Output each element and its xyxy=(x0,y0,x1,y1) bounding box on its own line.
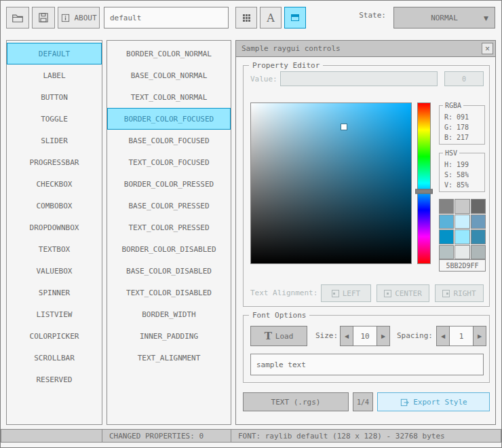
properties-list-item[interactable]: BORDER_WIDTH xyxy=(107,303,231,325)
properties-list-item[interactable]: BASE_COLOR_DISABLED xyxy=(107,260,231,282)
properties-list-item[interactable]: BORDER_COLOR_FOCUSED xyxy=(107,108,231,130)
rgba-values: R: 091 G: 178 B: 217 xyxy=(444,112,469,143)
controls-list-item[interactable]: BUTTON xyxy=(7,86,102,108)
color-palette xyxy=(439,199,486,259)
controls-list-item[interactable]: CHECKBOX xyxy=(7,173,102,195)
controls-list-item[interactable]: SLIDER xyxy=(7,130,102,151)
hsv-values: H: 199 S: 58% V: 85% xyxy=(444,160,469,190)
save-icon xyxy=(37,12,50,24)
size-value: 10 xyxy=(360,332,369,341)
align-right-button[interactable]: RIGHT xyxy=(435,284,484,302)
export-page-button[interactable]: 1/4 xyxy=(353,392,373,411)
hue-slider-handle[interactable] xyxy=(415,189,433,193)
export-format-button[interactable]: TEXT (.rgs) xyxy=(243,392,349,411)
value-zero-button[interactable]: 0 xyxy=(444,71,484,86)
spacing-value-box[interactable]: 1 xyxy=(450,326,473,346)
align-left-icon xyxy=(332,290,339,297)
controls-list-item[interactable]: COLORPICKER xyxy=(7,325,102,347)
controls-list-item[interactable]: SPINNER xyxy=(7,282,102,303)
close-icon: × xyxy=(485,44,490,54)
properties-list: BORDER_COLOR_NORMALBASE_COLOR_NORMALTEXT… xyxy=(107,40,231,425)
style-name-input[interactable] xyxy=(104,7,229,29)
controls-list-item[interactable]: DEFAULT xyxy=(7,43,102,64)
style-table-icon xyxy=(290,12,301,23)
load-font-button[interactable]: T Load xyxy=(250,326,307,346)
properties-list-item[interactable]: TEXT_COLOR_NORMAL xyxy=(107,86,231,108)
palette-swatch[interactable] xyxy=(471,214,486,229)
sample-controls-window: Sample raygui controls × Property Editor… xyxy=(235,40,496,425)
style-table-button[interactable] xyxy=(284,7,306,29)
controls-list-item[interactable]: RESERVED xyxy=(7,369,102,390)
properties-list-item[interactable]: TEXT_COLOR_PRESSED xyxy=(107,217,231,238)
properties-list-item[interactable]: BORDER_COLOR_NORMAL xyxy=(107,43,231,64)
state-dropdown-value: NORMAL xyxy=(431,14,458,22)
hsv-h-value: H: 199 xyxy=(444,160,469,170)
hsv-v-value: V: 85% xyxy=(444,180,469,190)
value-label: Value: xyxy=(250,75,277,83)
spacing-label: Spacing: xyxy=(397,331,433,340)
sample-text: sample text xyxy=(256,360,306,369)
properties-list-item[interactable]: TEXT_COLOR_DISABLED xyxy=(107,282,231,303)
hex-value-box[interactable]: 5BB2D9FF xyxy=(439,259,486,272)
properties-list-item[interactable]: BASE_COLOR_PRESSED xyxy=(107,195,231,217)
value-input[interactable] xyxy=(280,71,438,86)
controls-list-item[interactable]: LISTVIEW xyxy=(7,303,102,325)
palette-swatch[interactable] xyxy=(455,229,469,244)
palette-swatch[interactable] xyxy=(455,245,469,260)
controls-list-item[interactable]: TOGGLE xyxy=(7,108,102,130)
rgba-r-value: R: 091 xyxy=(444,112,469,122)
properties-list-item[interactable]: TEXT_COLOR_FOCUSED xyxy=(107,151,231,173)
controls-list-item[interactable]: DROPDOWNBOX xyxy=(7,217,102,238)
open-style-button[interactable] xyxy=(6,7,29,29)
size-increase-button[interactable]: ▶ xyxy=(376,326,390,346)
spacing-increase-button[interactable]: ▶ xyxy=(473,326,486,346)
controls-list-item[interactable]: TEXTBOX xyxy=(7,238,102,260)
size-value-box[interactable]: 10 xyxy=(353,326,376,346)
properties-list-item[interactable]: BASE_COLOR_NORMAL xyxy=(107,64,231,86)
align-center-button[interactable]: CENTER xyxy=(376,284,429,302)
save-style-button[interactable] xyxy=(32,7,55,29)
palette-swatch[interactable] xyxy=(439,245,454,260)
grid-view-button[interactable] xyxy=(235,7,257,29)
rgba-b-value: B: 217 xyxy=(444,132,469,143)
palette-swatch[interactable] xyxy=(455,199,469,214)
size-decrease-button[interactable]: ◀ xyxy=(340,326,353,346)
palette-swatch[interactable] xyxy=(439,214,454,229)
hue-bar[interactable] xyxy=(417,102,431,264)
hsv-group: HSV H: 199 S: 58% V: 85% xyxy=(439,153,485,192)
controls-list-item[interactable]: PROGRESSBAR xyxy=(7,151,102,173)
controls-list-item[interactable]: COMBOBOX xyxy=(7,195,102,217)
arrow-left-icon: ◀ xyxy=(441,333,445,339)
align-left-button[interactable]: LEFT xyxy=(321,284,371,302)
controls-list-item[interactable]: SCROLLBAR xyxy=(7,347,102,369)
palette-swatch[interactable] xyxy=(455,214,469,229)
sample-text-box[interactable]: sample text xyxy=(250,354,484,375)
properties-list-item[interactable]: TEXT_ALIGNMENT xyxy=(107,347,231,369)
properties-list-item[interactable]: INNER_PADDING xyxy=(107,325,231,347)
export-style-button[interactable]: Export Style xyxy=(377,392,490,411)
color-cursor[interactable] xyxy=(341,124,347,130)
controls-list-item[interactable]: VALUEBOX xyxy=(7,260,102,282)
statusbar-font-segment: FONT: raylib default (128 x 128) - 32768… xyxy=(231,429,501,443)
close-button[interactable]: × xyxy=(482,43,493,54)
window-titlebar[interactable]: Sample raygui controls × xyxy=(236,41,495,57)
rgba-g-value: G: 178 xyxy=(444,122,469,132)
palette-swatch[interactable] xyxy=(439,199,454,214)
properties-list-item[interactable]: BASE_COLOR_FOCUSED xyxy=(107,130,231,151)
properties-list-item[interactable]: BORDER_COLOR_PRESSED xyxy=(107,173,231,195)
palette-swatch[interactable] xyxy=(439,229,454,244)
spacing-value: 1 xyxy=(459,332,464,341)
controls-list: DEFAULTLABELBUTTONTOGGLESLIDERPROGRESSBA… xyxy=(6,40,102,425)
palette-swatch[interactable] xyxy=(471,229,486,244)
spacing-spinner: ◀ 1 ▶ xyxy=(436,326,486,346)
palette-swatch[interactable] xyxy=(471,199,486,214)
state-dropdown[interactable]: NORMAL ▼ xyxy=(393,7,495,29)
open-file-icon xyxy=(12,12,24,24)
saturation-value-panel[interactable] xyxy=(250,102,412,264)
palette-swatch[interactable] xyxy=(471,245,486,260)
controls-list-item[interactable]: LABEL xyxy=(7,64,102,86)
font-settings-button[interactable]: A xyxy=(260,7,282,29)
spacing-decrease-button[interactable]: ◀ xyxy=(436,326,450,346)
properties-list-item[interactable]: BORDER_COLOR_DISABLED xyxy=(107,238,231,260)
about-button[interactable]: ABOUT xyxy=(58,7,100,29)
